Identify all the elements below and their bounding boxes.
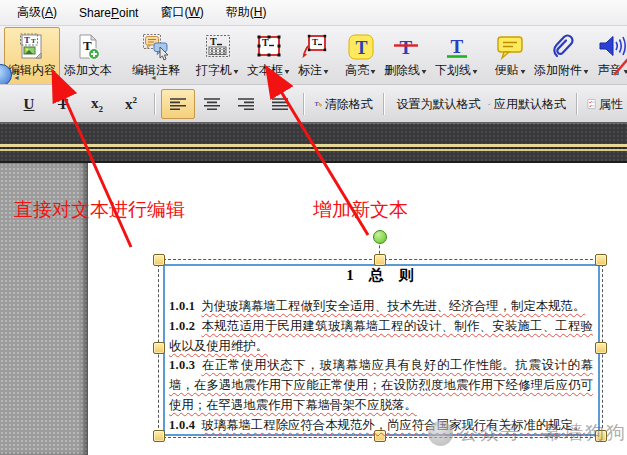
apply-default-format-label: 应用默认格式: [494, 96, 566, 113]
align-left-icon: [169, 97, 187, 112]
highlight-button[interactable]: T 高亮: [341, 27, 380, 85]
clear-format-label: 清除格式: [325, 96, 373, 113]
app-window: 高级(A) SharePoint 窗口(W) 帮助(H) T T: [0, 0, 627, 455]
document-title: 1 总 则: [166, 266, 594, 285]
menu-help[interactable]: 帮助(H): [215, 1, 278, 24]
menu-window[interactable]: 窗口(W): [149, 1, 214, 24]
svg-text:T: T: [355, 38, 367, 58]
resize-handle-bottom-left[interactable]: [153, 430, 165, 442]
align-right-button[interactable]: [229, 89, 263, 119]
align-left-button[interactable]: [161, 89, 195, 119]
align-center-button[interactable]: [195, 89, 229, 119]
watermark-logo-icon: [428, 421, 453, 446]
format-underline-button[interactable]: U: [12, 89, 46, 119]
align-center-icon: [203, 97, 221, 112]
apply-default-format-button[interactable]: T 应用默认格式: [484, 89, 570, 119]
set-default-format-button[interactable]: T 设置为默认格式: [390, 89, 485, 119]
collapse-marker-icon[interactable]: ◄: [13, 74, 20, 81]
resize-handle-mid-left[interactable]: [153, 342, 165, 354]
add-hint-label: 增加新文本: [313, 197, 408, 223]
svg-text:T: T: [31, 37, 36, 45]
attachment-button[interactable]: 添加附件: [530, 27, 593, 85]
strikeout-label: 删除线: [384, 63, 420, 77]
callout-label: 标注: [298, 63, 322, 77]
attachment-label: 添加附件: [534, 63, 582, 77]
clear-format-icon: T: [314, 92, 322, 116]
document-body: 1.0.1为使玻璃幕墙工程做到安全适用、技术先进、经济合理，制定本规范。 1.0…: [169, 297, 593, 436]
highlight-icon: T: [346, 30, 376, 63]
resize-handle-mid-right[interactable]: [595, 342, 607, 354]
resize-handle-top-left[interactable]: [153, 254, 165, 266]
typewriter-icon: T: [203, 30, 233, 63]
callout-icon: T: [299, 30, 329, 63]
callout-button[interactable]: T 标注: [294, 27, 333, 85]
edit-annotation-icon: [141, 30, 171, 63]
align-justify-icon: [271, 97, 289, 112]
toolbar-separator: [303, 93, 304, 115]
align-right-icon: [237, 97, 255, 112]
format-strike-button[interactable]: T: [46, 89, 80, 119]
add-text-label: 添加文本: [64, 63, 112, 77]
typewriter-button[interactable]: T 打字机: [192, 27, 243, 85]
dropdown-indicator: [285, 70, 290, 77]
rotation-handle[interactable]: [373, 230, 387, 244]
svg-text:T: T: [262, 37, 269, 48]
menu-bar: 高级(A) SharePoint 窗口(W) 帮助(H): [0, 0, 627, 26]
menu-sharepoint[interactable]: SharePoint: [68, 3, 149, 23]
add-text-icon: T: [73, 30, 103, 63]
textbox-icon: T: [254, 30, 284, 63]
highlight-label: 高亮: [345, 63, 369, 77]
dropdown-indicator: [422, 70, 427, 77]
note-button[interactable]: 便贴: [490, 27, 530, 85]
edit-hint-label: 直接对文本进行编辑: [14, 197, 185, 223]
properties-label: 属性: [599, 96, 623, 113]
dropdown-indicator: [234, 70, 239, 77]
set-default-format-label: 设置为默认格式: [396, 96, 480, 113]
dropdown-indicator: [324, 70, 329, 77]
edit-content-icon: T T: [17, 30, 47, 63]
properties-button[interactable]: 属性: [583, 89, 627, 119]
strikeout-button[interactable]: T 删除线: [380, 27, 431, 85]
format-superscript-button[interactable]: x2: [114, 89, 148, 119]
underline-button[interactable]: T 下划线: [431, 27, 482, 85]
clear-format-button[interactable]: T 清除格式: [310, 89, 377, 119]
watermark: 公众号：幕墙狗狗: [428, 420, 627, 446]
toolbar-separator: [154, 93, 155, 115]
clause-1-0-1: 1.0.1为使玻璃幕墙工程做到安全适用、技术先进、经济合理，制定本规范。: [169, 297, 593, 317]
typewriter-label: 打字机: [196, 63, 232, 77]
svg-text:T: T: [24, 35, 30, 45]
clause-1-0-2: 1.0.2本规范适用于民用建筑玻璃幕墙工程的设计、制作、安装施工、工程验收以及使…: [169, 317, 593, 357]
svg-text:T: T: [450, 36, 463, 57]
note-label: 便贴: [495, 63, 519, 77]
add-text-button[interactable]: T 添加文本: [60, 27, 116, 85]
dropdown-indicator: [371, 70, 376, 77]
toolbar-separator: [383, 93, 384, 115]
svg-text:T: T: [210, 36, 217, 47]
note-icon: [494, 30, 526, 63]
textbox-label: 文本框: [247, 63, 283, 77]
underline-label: 下划线: [435, 63, 471, 77]
clause-1-0-3: 1.0.3在正常使用状态下，玻璃幕墙应具有良好的工作性能。抗震设计的幕墙，在多遇…: [169, 356, 593, 415]
svg-text:T: T: [312, 37, 318, 47]
toolbar-format: U T x2 x2 T 清除格式 T: [0, 84, 627, 123]
underline-icon: T: [442, 30, 472, 63]
format-subscript-button[interactable]: x2: [80, 89, 114, 119]
strikeout-icon: T: [391, 30, 421, 63]
menu-advanced[interactable]: 高级(A): [6, 1, 68, 24]
resize-handle-top-right[interactable]: [595, 254, 607, 266]
dropdown-indicator: [520, 70, 525, 77]
workspace-top-band: [0, 122, 627, 163]
watermark-text: 公众号：幕墙狗狗: [459, 420, 627, 446]
dropdown-indicator: [473, 70, 478, 77]
attachment-icon: [547, 30, 577, 63]
toolbar-main: T T 编辑内容 T 添加文本: [0, 26, 627, 86]
properties-icon: [587, 92, 596, 116]
svg-text:T: T: [399, 37, 412, 58]
toolbar-separator: [576, 93, 577, 115]
apply-default-format-icon: T: [488, 92, 491, 116]
textbox-button[interactable]: T 文本框: [243, 27, 294, 85]
dropdown-indicator: [584, 70, 589, 77]
align-justify-button[interactable]: [263, 89, 297, 119]
collapse-marker-icon[interactable]: ◄: [150, 74, 157, 81]
resize-handle-top-center[interactable]: [374, 254, 386, 266]
